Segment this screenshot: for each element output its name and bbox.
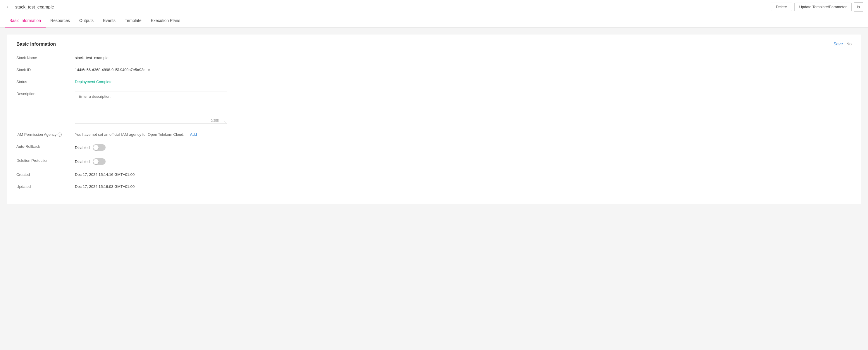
- refresh-icon: ↻: [857, 5, 860, 9]
- created-value: Dec 17, 2024 15:14:16 GMT+01:00: [75, 171, 851, 177]
- top-bar: ← stack_test_example Delete Update Templ…: [0, 0, 868, 14]
- auto-rollback-value: Disabled: [75, 143, 851, 151]
- auto-rollback-row: Auto-Rollback Disabled: [17, 143, 851, 151]
- main-content: Basic Information Save No Stack Name sta…: [0, 28, 868, 349]
- back-button[interactable]: ←: [5, 3, 12, 11]
- created-label: Created: [17, 171, 75, 177]
- description-field-wrapper: 0/255 ⤡: [75, 90, 851, 125]
- deletion-protection-toggle[interactable]: [93, 158, 105, 165]
- status-text: Deployment Complete: [75, 80, 113, 84]
- page-title: stack_test_example: [15, 4, 54, 9]
- description-wrapper: 0/255 ⤡: [75, 92, 227, 125]
- iam-value: You have not set an official IAM agency …: [75, 130, 851, 137]
- back-icon: ←: [6, 4, 10, 10]
- created-row: Created Dec 17, 2024 15:14:16 GMT+01:00: [17, 171, 851, 177]
- top-bar-actions: Delete Update Template/Parameter ↻: [771, 2, 863, 12]
- updated-row: Updated Dec 17, 2024 15:16:03 GMT+01:00: [17, 183, 851, 189]
- description-row: Description 0/255 ⤡: [17, 90, 851, 125]
- iam-add-link[interactable]: Add: [190, 132, 197, 137]
- tab-resources[interactable]: Resources: [45, 14, 74, 28]
- iam-label-text: IAM Permission Agency: [17, 132, 57, 137]
- update-template-button[interactable]: Update Template/Parameter: [794, 3, 851, 11]
- auto-rollback-label: Auto-Rollback: [17, 143, 75, 149]
- status-row: Status Deployment Complete: [17, 78, 851, 84]
- iam-info-text: You have not set an official IAM agency …: [75, 132, 184, 137]
- card-actions: Save No: [834, 41, 851, 46]
- no-button[interactable]: No: [846, 41, 851, 46]
- tab-events[interactable]: Events: [98, 14, 120, 28]
- iam-label: IAM Permission Agency ?: [17, 130, 75, 137]
- save-button[interactable]: Save: [834, 41, 843, 46]
- updated-label: Updated: [17, 183, 75, 189]
- tab-basic-information[interactable]: Basic Information: [5, 14, 45, 28]
- basic-info-card: Basic Information Save No Stack Name sta…: [7, 34, 861, 204]
- description-label: Description: [17, 90, 75, 96]
- status-label: Status: [17, 78, 75, 84]
- refresh-button[interactable]: ↻: [854, 2, 863, 12]
- status-value: Deployment Complete: [75, 78, 851, 84]
- stack-name-value: stack_test_example: [75, 54, 851, 60]
- stack-name-row: Stack Name stack_test_example: [17, 54, 851, 60]
- delete-button[interactable]: Delete: [771, 3, 792, 11]
- tab-execution-plans[interactable]: Execution Plans: [146, 14, 185, 28]
- tab-outputs[interactable]: Outputs: [74, 14, 98, 28]
- stack-id-text: 144f6d56-d368-4898-9d5f-9400b7e5a93c: [75, 67, 145, 72]
- description-counter: 0/255: [211, 119, 219, 122]
- deletion-protection-state: Disabled: [75, 159, 90, 164]
- auto-rollback-toggle-wrapper: Disabled: [75, 144, 105, 151]
- tab-nav: Basic Information Resources Outputs Even…: [0, 14, 868, 28]
- iam-help-icon[interactable]: ?: [58, 133, 62, 137]
- stack-name-label: Stack Name: [17, 54, 75, 60]
- deletion-protection-label: Deletion Protection: [17, 156, 75, 163]
- tab-template[interactable]: Template: [120, 14, 146, 28]
- copy-icon[interactable]: ⧉: [148, 68, 150, 72]
- deletion-protection-track: [93, 158, 105, 165]
- deletion-protection-toggle-wrapper: Disabled: [75, 158, 105, 165]
- iam-row: IAM Permission Agency ? You have not set…: [17, 130, 851, 137]
- resize-icon: ⤡: [223, 120, 226, 123]
- deletion-protection-row: Deletion Protection Disabled: [17, 156, 851, 165]
- stack-id-label: Stack ID: [17, 66, 75, 72]
- description-textarea[interactable]: [75, 92, 227, 124]
- auto-rollback-state: Disabled: [75, 145, 90, 150]
- card-title: Basic Information: [17, 41, 851, 47]
- stack-id-row: Stack ID 144f6d56-d368-4898-9d5f-9400b7e…: [17, 66, 851, 72]
- auto-rollback-track: [93, 144, 105, 151]
- stack-id-value: 144f6d56-d368-4898-9d5f-9400b7e5a93c ⧉: [75, 66, 851, 72]
- updated-value: Dec 17, 2024 15:16:03 GMT+01:00: [75, 183, 851, 189]
- auto-rollback-toggle[interactable]: [93, 144, 105, 151]
- deletion-protection-value: Disabled: [75, 156, 851, 165]
